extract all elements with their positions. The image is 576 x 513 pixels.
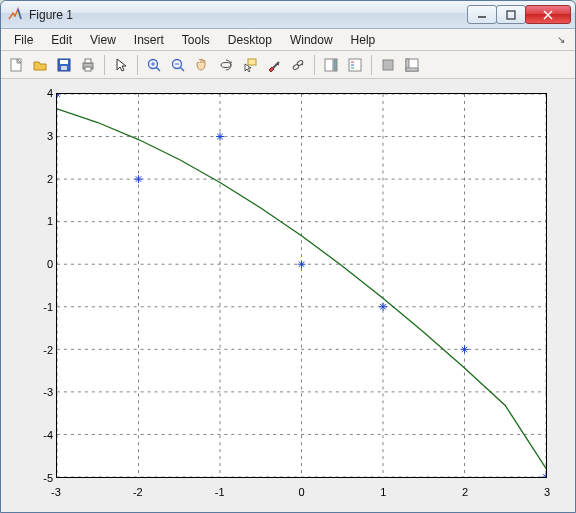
x-tick-label: 0 xyxy=(288,486,316,498)
menu-view[interactable]: View xyxy=(81,31,125,49)
x-tick-label: 1 xyxy=(369,486,397,498)
new-figure-button[interactable] xyxy=(5,54,27,76)
y-tick-label: 2 xyxy=(25,173,53,185)
y-tick-label: -2 xyxy=(25,344,53,356)
rotate-3d-button[interactable] xyxy=(215,54,237,76)
hide-plot-tools-button[interactable] xyxy=(377,54,399,76)
maximize-button[interactable] xyxy=(496,5,526,24)
menu-bar: File Edit View Insert Tools Desktop Wind… xyxy=(1,29,575,51)
svg-rect-20 xyxy=(349,59,361,71)
window-title: Figure 1 xyxy=(29,8,468,22)
matlab-icon xyxy=(7,7,23,23)
svg-rect-7 xyxy=(85,59,91,63)
y-tick-label: -3 xyxy=(25,386,53,398)
title-bar[interactable]: Figure 1 xyxy=(1,1,575,29)
marker-data-points xyxy=(379,303,387,311)
plot-svg xyxy=(57,94,546,477)
x-tick-label: -2 xyxy=(124,486,152,498)
y-tick-label: 0 xyxy=(25,258,53,270)
link-button[interactable] xyxy=(287,54,309,76)
y-tick-label: 1 xyxy=(25,215,53,227)
x-tick-label: 2 xyxy=(451,486,479,498)
x-tick-label: -3 xyxy=(42,486,70,498)
close-button[interactable] xyxy=(525,5,571,24)
menu-help[interactable]: Help xyxy=(342,31,385,49)
toolbar-separator xyxy=(371,55,372,75)
menu-edit[interactable]: Edit xyxy=(42,31,81,49)
y-tick-label: -5 xyxy=(25,472,53,484)
pan-button[interactable] xyxy=(191,54,213,76)
svg-rect-14 xyxy=(248,59,256,65)
menu-insert[interactable]: Insert xyxy=(125,31,173,49)
zoom-out-button[interactable] xyxy=(167,54,189,76)
axes[interactable] xyxy=(56,93,547,478)
x-tick-label: -1 xyxy=(206,486,234,498)
open-button[interactable] xyxy=(29,54,51,76)
figure-canvas[interactable]: -5-4-3-2-101234-3-2-10123 xyxy=(1,79,575,512)
svg-line-10 xyxy=(156,67,160,71)
svg-point-16 xyxy=(292,63,299,69)
svg-rect-19 xyxy=(334,59,337,71)
marker-data-points xyxy=(461,345,469,353)
marker-data-points xyxy=(298,260,306,268)
marker-data-points xyxy=(216,133,224,141)
svg-rect-4 xyxy=(60,60,68,64)
svg-rect-24 xyxy=(383,60,393,70)
x-tick-label: 3 xyxy=(533,486,561,498)
menu-file[interactable]: File xyxy=(5,31,42,49)
print-button[interactable] xyxy=(77,54,99,76)
brush-button[interactable] xyxy=(263,54,285,76)
marker-data-points xyxy=(542,473,546,477)
show-plot-tools-button[interactable] xyxy=(401,54,423,76)
svg-rect-27 xyxy=(406,68,418,71)
window-controls xyxy=(468,5,571,24)
marker-data-points xyxy=(135,175,143,183)
menu-window[interactable]: Window xyxy=(281,31,342,49)
insert-colorbar-button[interactable] xyxy=(320,54,342,76)
insert-legend-button[interactable] xyxy=(344,54,366,76)
y-tick-label: -4 xyxy=(25,429,53,441)
pointer-button[interactable] xyxy=(110,54,132,76)
svg-rect-5 xyxy=(61,66,67,70)
y-tick-label: 4 xyxy=(25,87,53,99)
svg-line-12 xyxy=(180,67,184,71)
save-button[interactable] xyxy=(53,54,75,76)
minimize-button[interactable] xyxy=(467,5,497,24)
toolbar xyxy=(1,51,575,79)
toolbar-separator xyxy=(314,55,315,75)
zoom-in-button[interactable] xyxy=(143,54,165,76)
menu-tools[interactable]: Tools xyxy=(173,31,219,49)
toolbar-separator xyxy=(104,55,105,75)
figure-window: Figure 1 File Edit View Insert Tools Des… xyxy=(0,0,576,513)
y-tick-label: 3 xyxy=(25,130,53,142)
svg-rect-8 xyxy=(85,67,91,71)
svg-rect-18 xyxy=(325,59,333,71)
menu-overflow-icon[interactable]: ↘ xyxy=(551,34,571,45)
y-tick-label: -1 xyxy=(25,301,53,313)
marker-data-points xyxy=(57,94,61,98)
toolbar-separator xyxy=(137,55,138,75)
svg-rect-1 xyxy=(507,11,515,19)
data-cursor-button[interactable] xyxy=(239,54,261,76)
svg-point-13 xyxy=(221,62,231,67)
menu-desktop[interactable]: Desktop xyxy=(219,31,281,49)
